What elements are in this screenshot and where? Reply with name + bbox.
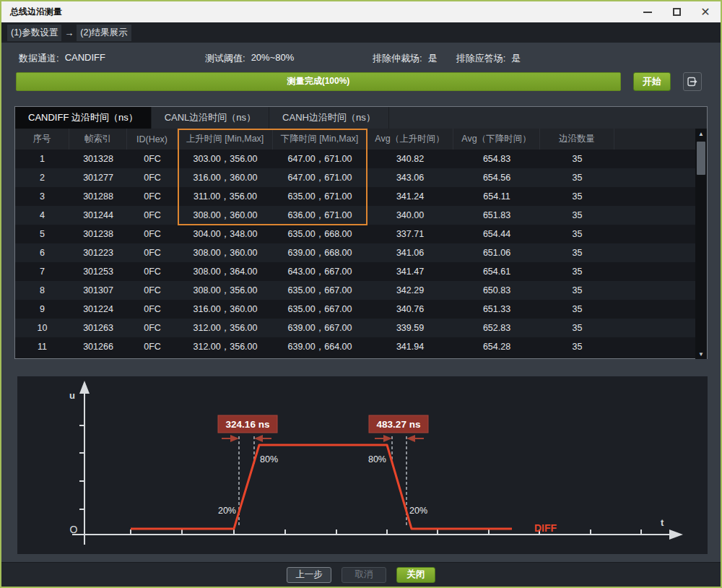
table-row[interactable]: 63012230FC308.00，360.00639.00，668.00341.… — [15, 243, 707, 262]
table-cell: 0FC — [127, 150, 178, 168]
table-cell: 654.44 — [453, 225, 540, 243]
scroll-up-icon[interactable]: ▲ — [695, 129, 707, 139]
column-header-rise: 上升时间 [Min,Max] — [178, 129, 273, 150]
table-cell: 301328 — [69, 150, 127, 168]
tab-canh-edge-time[interactable]: CANH边沿时间（ns） — [269, 107, 389, 129]
table-row[interactable]: 23012770FC316.00，360.00647.00，671.00343.… — [15, 168, 707, 187]
exclude-ack-value: 是 — [511, 52, 521, 65]
table-row[interactable]: 103012630FC312.00，356.00639.00，667.00339… — [15, 319, 707, 337]
table-cell: 308.00，364.00 — [178, 262, 273, 281]
table-cell: 0FC — [127, 225, 178, 243]
table-cell: 339.59 — [367, 319, 453, 337]
table-row[interactable]: 93012240FC316.00，360.00635.00，667.00340.… — [15, 300, 707, 319]
table-cell: 654.11 — [453, 187, 540, 206]
table-cell: 341.24 — [367, 187, 453, 206]
table-cell: 301288 — [69, 187, 127, 206]
table-cell: 654.83 — [453, 150, 540, 168]
table-cell: 340.82 — [367, 150, 453, 168]
y-axis-label: u — [69, 390, 75, 401]
table-row[interactable]: 113012660FC312.00，356.00639.00，664.00341… — [15, 337, 707, 356]
table-cell: 35 — [540, 243, 614, 262]
tab-candiff-edge-time[interactable]: CANDIFF 边沿时间（ns） — [15, 107, 152, 129]
close-button[interactable]: ✕ — [699, 6, 712, 19]
parameter-summary-row: 数据通道: CANDIFF 测试阈值: 20%~80% 排除仲裁场: 是 排除应… — [1, 43, 721, 66]
vertical-scrollbar[interactable]: ▲ ▼ — [695, 129, 707, 359]
progress-row: 测量完成(100%) 开始 — [16, 72, 702, 91]
tab-canl-edge-time[interactable]: CANL边沿时间（ns） — [152, 107, 269, 129]
table-cell: 35 — [540, 206, 614, 225]
step-arrow-icon: → — [64, 27, 74, 38]
table-row[interactable]: 53012380FC304.00，348.00635.00，668.00337.… — [15, 225, 707, 243]
table-cell: 651.33 — [453, 300, 540, 319]
main-content: 数据通道: CANDIFF 测试阈值: 20%~80% 排除仲裁场: 是 排除应… — [1, 43, 721, 562]
column-header-fall: 下降时间 [Min,Max] — [273, 129, 367, 150]
table-cell: 3 — [15, 187, 69, 206]
table-cell: 337.71 — [367, 225, 453, 243]
table-cell: 636.00，671.00 — [273, 206, 367, 225]
measurement-arrows — [222, 435, 424, 442]
table-cell: 343.06 — [367, 168, 453, 187]
exclude-arbitration-label: 排除仲裁场: — [373, 52, 422, 65]
table-cell: 308.00，356.00 — [178, 281, 273, 300]
table-row[interactable]: 13013280FC303.00，356.00647.00，671.00340.… — [15, 150, 707, 168]
column-header-filler — [614, 129, 707, 150]
table-cell: 301238 — [69, 225, 127, 243]
column-header-frame: 帧索引 — [69, 129, 127, 150]
table-cell: 301307 — [69, 281, 127, 300]
signal-name-label: DIFF — [534, 522, 557, 534]
table-cell: 0FC — [127, 206, 178, 225]
export-button[interactable] — [683, 72, 702, 91]
test-threshold-value: 20%~80% — [251, 52, 295, 65]
close-dialog-button[interactable]: 关闭 — [396, 567, 435, 583]
y-axis-arrow-icon — [79, 381, 90, 394]
maximize-button[interactable] — [670, 6, 683, 19]
table-row[interactable]: 33012880FC311.00，356.00635.00，671.00341.… — [15, 187, 707, 206]
start-button[interactable]: 开始 — [633, 72, 671, 91]
table-cell: 635.00，667.00 — [273, 300, 367, 319]
app-window: 总线边沿测量 ✕ (1)参数设置 → (2)结果展示 数据通道: CANDIFF… — [0, 0, 722, 588]
table-cell: 311.00，356.00 — [178, 187, 273, 206]
previous-step-button[interactable]: 上一步 — [287, 567, 331, 583]
table-cell: 0FC — [127, 262, 178, 281]
table-cell: 647.00，671.00 — [273, 150, 367, 168]
table-cell: 0FC — [127, 281, 178, 300]
close-icon: ✕ — [700, 7, 710, 18]
table-cell: 316.00，360.00 — [178, 300, 273, 319]
test-threshold-label: 测试阈值: — [205, 52, 245, 65]
table-cell: 35 — [540, 300, 614, 319]
table-cell: 35 — [540, 337, 614, 356]
table-cell: 341.06 — [367, 243, 453, 262]
fall-high-threshold-label: 80% — [368, 454, 386, 464]
table-cell: 35 — [540, 319, 614, 337]
exclude-arbitration-field: 排除仲裁场: 是 — [373, 52, 438, 65]
table-row[interactable]: 43012440FC308.00，360.00636.00，671.00340.… — [15, 206, 707, 225]
x-axis-arrow-icon — [669, 529, 683, 540]
data-channel-value: CANDIFF — [65, 52, 105, 65]
table-row[interactable]: 73012530FC308.00，364.00643.00，667.00341.… — [15, 262, 707, 281]
table-cell: 11 — [15, 337, 69, 356]
cancel-button[interactable]: 取消 — [342, 567, 386, 583]
minimize-button[interactable] — [641, 6, 654, 19]
table-cell: 35 — [540, 225, 614, 243]
table-cell: 35 — [540, 168, 614, 187]
edge-diagram-panel: u O t — [17, 376, 708, 554]
table-cell: 639.00，668.00 — [273, 243, 367, 262]
table-cell: 0FC — [127, 168, 178, 187]
table-cell: 654.28 — [453, 337, 540, 356]
table-cell: 651.83 — [453, 206, 540, 225]
table-cell: 654.56 — [453, 168, 540, 187]
table-cell: 635.00，667.00 — [273, 281, 367, 300]
table-row[interactable]: 83013070FC308.00，356.00635.00，667.00342.… — [15, 281, 707, 300]
rise-high-threshold-label: 80% — [260, 454, 278, 464]
scroll-down-icon[interactable]: ▼ — [695, 349, 707, 359]
table-cell: 0FC — [127, 243, 178, 262]
x-axis-label: t — [661, 517, 664, 528]
table-cell: 0FC — [127, 337, 178, 356]
column-header-index: 序号 — [15, 129, 69, 150]
window-controls: ✕ — [641, 6, 712, 19]
table-cell: 316.00，360.00 — [178, 168, 273, 187]
scrollbar-thumb[interactable] — [697, 142, 705, 175]
column-header-id: ID(Hex) — [127, 129, 178, 150]
minimize-icon — [643, 12, 652, 13]
table-cell: 308.00，360.00 — [178, 206, 273, 225]
